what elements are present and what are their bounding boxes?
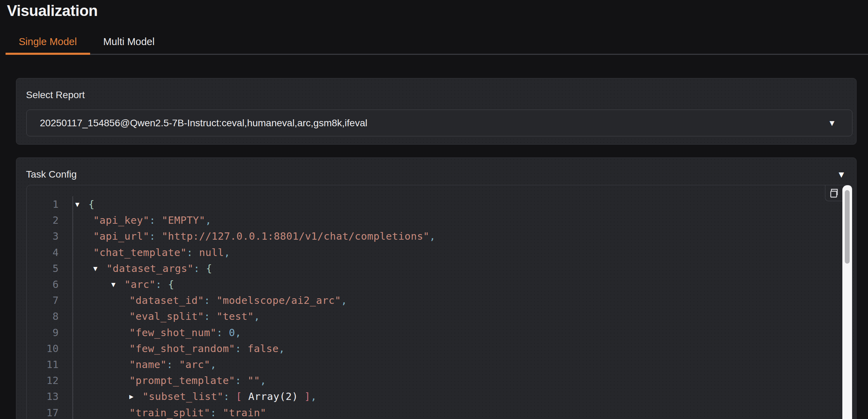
scrollbar-thumb[interactable]	[845, 190, 850, 264]
copy-button[interactable]	[825, 185, 842, 201]
token-key: "train_split"	[129, 407, 210, 419]
code-line-content: "api_key": "EMPTY",	[72, 212, 842, 228]
code-line: 5▼"dataset_args": {	[27, 260, 842, 276]
token-punct: :	[149, 230, 162, 242]
scrollbar[interactable]	[842, 185, 852, 419]
code-line: 8"eval_split": "test",	[27, 308, 842, 324]
token-arr: Array(2)	[248, 391, 298, 402]
task-config-json-viewer: 1▼{2"api_key": "EMPTY",3"api_url": "http…	[26, 185, 852, 419]
line-number: 11	[27, 359, 72, 370]
token-punct: ,	[224, 247, 230, 258]
expand-node-icon[interactable]: ▶	[129, 392, 142, 401]
token-brace: {	[206, 263, 212, 274]
report-dropdown[interactable]: 20250117_154856@Qwen2.5-7B-Instruct:ceva…	[26, 110, 852, 136]
code-line-content: "chat_template": null,	[72, 245, 842, 260]
token-punct: :	[193, 263, 206, 274]
line-number: 10	[27, 343, 72, 354]
chevron-down-icon: ▼	[828, 119, 836, 127]
code-line-content: "train_split": "train"	[72, 404, 842, 419]
token-punct: :	[186, 247, 199, 258]
token-punct: :	[204, 310, 217, 322]
token-punct: ,	[341, 294, 347, 306]
token-brace: {	[168, 279, 174, 290]
token-str: "EMPTY"	[162, 214, 206, 226]
tab-single-model[interactable]: Single Model	[6, 36, 90, 55]
token-str: "http://127.0.0.1:8801/v1/chat/completio…	[162, 230, 429, 242]
token-key: "chat_template"	[93, 247, 186, 258]
token-punct: :	[223, 391, 236, 402]
code-line-content: "few_shot_num": 0,	[72, 325, 842, 341]
token-key: "dataset_args"	[106, 263, 193, 274]
token-num: 0	[229, 327, 235, 339]
tab-multi-model[interactable]: Multi Model	[90, 36, 168, 55]
code-line: 10"few_shot_random": false,	[27, 341, 842, 357]
line-number: 3	[27, 230, 72, 242]
report-dropdown-value: 20250117_154856@Qwen2.5-7B-Instruct:ceva…	[40, 118, 367, 129]
code-line: 1▼{	[27, 196, 842, 212]
code-line-content: "prompt_template": "",	[72, 373, 842, 388]
code-line: 11"name": "arc",	[27, 357, 842, 373]
copy-icon	[828, 187, 840, 199]
code-line-content: ▼"arc": {	[72, 276, 842, 292]
token-punct: ,	[429, 230, 436, 242]
code-line: 4"chat_template": null,	[27, 245, 842, 260]
token-punct: :	[235, 375, 248, 386]
collapse-node-icon[interactable]: ▼	[93, 264, 106, 273]
token-kw: false	[248, 343, 279, 354]
token-key: "eval_split"	[129, 310, 204, 322]
code-line: 9"few_shot_num": 0,	[27, 325, 842, 341]
line-number: 9	[27, 327, 72, 339]
code-line: 7"dataset_id": "modelscope/ai2_arc",	[27, 292, 842, 308]
collapse-node-icon[interactable]: ▼	[75, 200, 88, 208]
code-line-content: "dataset_id": "modelscope/ai2_arc",	[72, 292, 842, 308]
token-str: "train"	[223, 407, 266, 419]
code-line-content: "eval_split": "test",	[72, 308, 842, 324]
token-bracket: [	[236, 391, 248, 402]
token-punct: ,	[205, 214, 211, 226]
line-number: 6	[27, 279, 72, 290]
token-punct: :	[235, 343, 248, 354]
tab-bar: Single ModelMulti Model	[6, 33, 868, 55]
token-str: "test"	[216, 310, 254, 322]
collapse-panel-icon[interactable]: ▼	[837, 170, 846, 179]
token-str: "modelscope/ai2_arc"	[216, 294, 341, 306]
line-number: 2	[27, 214, 72, 226]
token-key: "few_shot_random"	[129, 343, 235, 354]
code-line-content: "api_url": "http://127.0.0.1:8801/v1/cha…	[72, 228, 842, 244]
token-str: "arc"	[179, 359, 210, 370]
token-key: "arc"	[124, 279, 156, 290]
code-line: 3"api_url": "http://127.0.0.1:8801/v1/ch…	[27, 228, 842, 244]
token-punct: :	[204, 294, 217, 306]
token-key: "api_key"	[93, 214, 149, 226]
code-line: 2"api_key": "EMPTY",	[27, 212, 842, 228]
collapse-node-icon[interactable]: ▼	[111, 280, 124, 289]
token-key: "few_shot_num"	[129, 327, 216, 339]
line-number: 4	[27, 247, 72, 258]
code-line-content: "name": "arc",	[72, 357, 842, 373]
line-number: 17	[27, 407, 72, 419]
token-key: "dataset_id"	[129, 294, 204, 306]
line-number: 12	[27, 375, 72, 386]
token-punct: ,	[210, 359, 217, 370]
code-line: 6▼"arc": {	[27, 276, 842, 292]
token-punct: :	[210, 407, 223, 419]
code-line-content: ▼{	[72, 196, 842, 212]
line-number: 13	[27, 391, 72, 402]
token-kw: null	[199, 247, 224, 258]
code-line: 12"prompt_template": "",	[27, 373, 842, 388]
token-bracket: ]	[298, 391, 311, 402]
select-report-card: Select Report 20250117_154856@Qwen2.5-7B…	[16, 78, 857, 145]
code-line: 17"train_split": "train"	[27, 404, 842, 419]
select-report-label: Select Report	[26, 89, 847, 101]
line-number: 8	[27, 310, 72, 322]
token-key: "subset_list"	[142, 391, 223, 402]
task-config-label: Task Config	[26, 169, 77, 180]
token-punct: ,	[254, 310, 260, 322]
token-punct: ,	[311, 391, 317, 402]
json-code-rows: 1▼{2"api_key": "EMPTY",3"api_url": "http…	[27, 196, 842, 419]
line-number: 1	[27, 198, 72, 210]
code-line-content: ▼"dataset_args": {	[72, 260, 842, 276]
task-config-card: Task Config ▼ 1▼{2"api_key": "EMPTY",3"a…	[16, 157, 857, 419]
code-line-content: "few_shot_random": false,	[72, 341, 842, 357]
token-key: "api_url"	[93, 230, 149, 242]
